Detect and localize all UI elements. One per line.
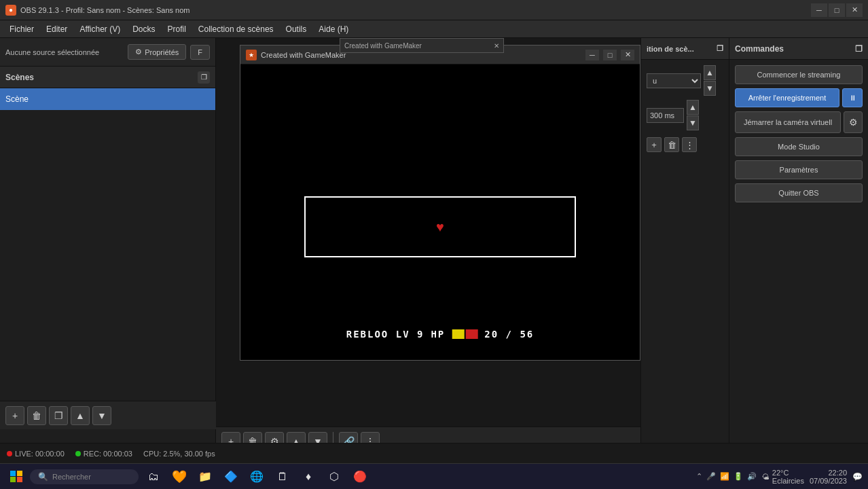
menu-afficher[interactable]: Afficher (V) [74, 22, 126, 36]
weather-desc: Eclaircies [772, 477, 804, 485]
move-scene-down-button[interactable]: ▼ [92, 406, 111, 425]
minimize-button[interactable]: ─ [811, 3, 827, 17]
cpu-text: CPU: 2.5%, 30.00 fps [143, 450, 215, 458]
commands-collapse[interactable]: ❐ [855, 44, 863, 54]
game-maximize-button[interactable]: □ [603, 50, 617, 60]
scenes-collapse-icon[interactable]: ❐ [198, 71, 210, 84]
stop-recording-button[interactable]: Arrêter l'enregistrement [735, 88, 839, 107]
hp-yellow-segment [452, 329, 464, 339]
quit-obs-button[interactable]: Quitter OBS [735, 183, 863, 202]
taskbar-icon-files[interactable]: 🗂 [141, 466, 166, 488]
pause-recording-button[interactable]: ⏸ [842, 88, 863, 107]
delay-row: ▲ ▼ [647, 100, 723, 130]
game-minimize-button[interactable]: ─ [585, 50, 599, 60]
menu-fichier[interactable]: Fichier [4, 22, 39, 36]
start-streaming-button[interactable]: Commencer le streaming [735, 65, 863, 84]
small-popup-close[interactable]: ✕ [494, 42, 499, 50]
menu-bar: Fichier Editer Afficher (V) Docks Profil… [0, 20, 868, 38]
taskbar-icon-folder[interactable]: 📁 [193, 466, 217, 488]
studio-mode-button[interactable]: Mode Studio [735, 137, 863, 156]
no-source-label: Aucune source sélectionnée [5, 48, 124, 56]
virtual-cam-settings[interactable]: ⚙ [844, 111, 863, 133]
left-panel: Aucune source sélectionnée ⚙ Propriétés … [0, 38, 216, 455]
gear-icon: ⚙ [135, 48, 142, 56]
scene-dropdown[interactable]: u [647, 73, 701, 88]
delay-up[interactable]: ▲ [687, 100, 699, 115]
scenes-header: Scènes ❐ [0, 67, 215, 88]
battle-arena: ♥ [304, 196, 576, 257]
copy-scene-button[interactable]: ❐ [49, 406, 68, 425]
taskbar-right: ⌃ 🎤 📶 🔋 🔊 🌤 22°C Eclaircies 22:20 07/09/… [696, 469, 863, 485]
add-transition-button[interactable]: + [647, 137, 662, 152]
properties-button[interactable]: ⚙ Propriétés [128, 44, 186, 60]
obs-icon: ● [5, 5, 16, 16]
taskbar-clock[interactable]: 22:20 07/09/2023 [810, 469, 847, 485]
gamemaker-icon: ★ [246, 50, 257, 60]
scene-select-down[interactable]: ▼ [704, 81, 716, 96]
pause-icon: ⏸ [849, 94, 856, 102]
tray-up-arrow[interactable]: ⌃ [696, 472, 702, 481]
scenes-section: Scènes ❐ Scène [0, 67, 215, 455]
hp-area: REBLOO LV 9 HP 20 / 56 [346, 329, 535, 340]
delay-input[interactable] [647, 108, 684, 123]
clock-time: 22:20 [810, 469, 847, 477]
taskbar-icon-diamond[interactable]: ♦ [296, 466, 321, 488]
sources-bar: Aucune source sélectionnée ⚙ Propriétés … [0, 38, 215, 67]
menu-outils[interactable]: Outils [281, 22, 312, 36]
clock-date: 07/09/2023 [810, 477, 847, 485]
tray-wifi[interactable]: 📶 [720, 472, 729, 481]
window-title: OBS 29.1.3 - Profil: Sans nom - Scènes: … [20, 6, 807, 14]
rec-status: REC: 00:00:03 [75, 450, 132, 458]
delete-transition-button[interactable]: 🗑 [664, 137, 679, 152]
start-virtual-cam-button[interactable]: Jémarrer la caméra virtuell [735, 111, 841, 133]
scene-edit-collapse[interactable]: ❐ [717, 44, 723, 53]
more-transition-button[interactable]: ⋮ [682, 137, 697, 152]
menu-collection-scenes[interactable]: Collection de scènes [193, 22, 279, 36]
hp-bar [452, 329, 477, 339]
tray-mic[interactable]: 🎤 [706, 472, 716, 481]
notification-icon[interactable]: 💬 [852, 472, 863, 482]
commands-panel: Commandes ❐ Commencer le streaming Arrêt… [729, 38, 868, 455]
menu-docks[interactable]: Docks [127, 22, 160, 36]
copy-icon: ❐ [54, 410, 63, 421]
cpu-status: CPU: 2.5%, 30.00 fps [143, 450, 215, 458]
taskbar-icon-notes[interactable]: 🗒 [270, 466, 295, 488]
scene-edit-panel: ition de scè... ❐ u ▲ ▼ ▲ ▼ [640, 38, 729, 455]
menu-profil[interactable]: Profil [162, 22, 192, 36]
filter-button[interactable]: F [190, 45, 210, 60]
delete-scene-button[interactable]: 🗑 [27, 406, 46, 425]
add-scene-button[interactable]: + [5, 406, 24, 425]
game-close-button[interactable]: ✕ [621, 50, 634, 60]
taskbar-icon-hex[interactable]: ⬡ [322, 466, 346, 488]
menu-aide[interactable]: Aide (H) [313, 22, 354, 36]
commands-title: Commandes [735, 44, 784, 54]
menu-editer[interactable]: Editer [41, 22, 73, 36]
taskbar-icon-orange[interactable]: 🧡 [167, 466, 192, 488]
commands-content: Commencer le streaming Arrêter l'enregis… [729, 60, 868, 208]
taskbar-icon-red[interactable]: 🔴 [348, 466, 372, 488]
virtual-cam-row: Jémarrer la caméra virtuell ⚙ [735, 111, 863, 133]
tray-speaker[interactable]: 🔊 [747, 472, 757, 481]
settings-button[interactable]: Paramètres [735, 160, 863, 179]
game-text-hp-label: HP [431, 329, 445, 340]
scene-select-row: u ▲ ▼ [647, 65, 723, 96]
scene-edit-title: ition de scè... [647, 45, 694, 53]
taskbar-search[interactable]: 🔍 Rechercher [30, 469, 139, 484]
scene-item[interactable]: Scène [0, 88, 215, 110]
close-button[interactable]: ✕ [846, 3, 863, 17]
trash-icon: 🗑 [32, 410, 41, 421]
taskbar-icon-edge[interactable]: 🔷 [219, 466, 243, 488]
start-button[interactable] [5, 467, 27, 486]
transition-buttons: + 🗑 ⋮ [647, 137, 723, 152]
scene-select-up[interactable]: ▲ [704, 65, 716, 80]
window-controls: ─ □ ✕ [811, 3, 863, 17]
weather-widget[interactable]: 🌤 22°C Eclaircies [762, 469, 804, 485]
scene-edit-content: u ▲ ▼ ▲ ▼ + 🗑 ⋮ [641, 60, 729, 158]
maximize-button[interactable]: □ [829, 3, 845, 17]
delay-down[interactable]: ▼ [687, 115, 699, 130]
small-popup-text: Created with GameMaker [344, 42, 422, 50]
tray-battery[interactable]: 🔋 [734, 472, 743, 481]
move-scene-up-button[interactable]: ▲ [71, 406, 90, 425]
taskbar-icon-chrome[interactable]: 🌐 [245, 466, 269, 488]
windows-logo [10, 471, 22, 483]
